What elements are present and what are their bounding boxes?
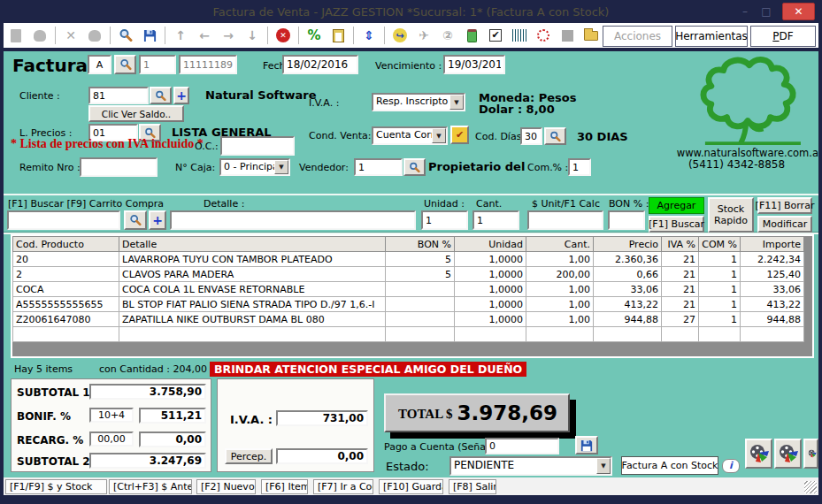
agregar-button[interactable]: Agregar [649,197,704,214]
duplicate-icon[interactable]: ② [439,27,457,44]
cod-dias-input[interactable] [520,127,542,145]
updown-icon[interactable]: ⇕ [360,27,378,44]
bon-input[interactable] [608,210,645,230]
arrow-up-icon[interactable]: ↑ [172,27,189,44]
iva-select[interactable]: Resp. Inscripto ▼ [372,93,465,111]
col-unidad[interactable]: Unidad [455,237,526,252]
ver-saldo-button[interactable]: Clic Ver Saldo.. [88,105,184,122]
refresh-icon[interactable] [534,27,552,44]
unidad-input[interactable] [421,210,468,230]
search-icon[interactable] [117,27,134,44]
item-detalle-input[interactable] [170,210,416,230]
arrow-down-icon[interactable]: ↓ [243,27,261,44]
save-icon[interactable] [141,27,158,44]
hand-icon[interactable] [31,27,49,44]
cond-venta-label: Cond. Venta: [309,130,372,141]
caja-value: 0 - Principal [221,160,274,174]
status-f7[interactable]: [F7] Ir a Cod. [313,479,373,494]
estado-select[interactable]: PENDIENTE ▼ [449,456,612,476]
pago-input[interactable] [485,438,559,454]
numero-input[interactable] [179,55,237,74]
col-cant[interactable]: Cant. [526,237,594,252]
info-icon[interactable]: i [722,459,740,473]
vendedor-input[interactable] [354,158,403,176]
vencimiento-input[interactable] [443,55,505,74]
folder-icon[interactable] [582,27,600,44]
cond-check-icon[interactable]: ✔ [450,126,469,144]
stock-rapido-button[interactable]: Stock Rapido [708,197,754,233]
f11-borrar-button[interactable]: [F11] Borrar [757,197,812,214]
item-add-icon[interactable]: + [149,210,166,230]
delete-icon[interactable]: ✕ [62,27,80,44]
cliente-search-icon[interactable] [150,87,172,104]
acciones-button[interactable]: Acciones [603,26,672,47]
col-cod-producto[interactable]: Cod. Producto [13,237,119,252]
oc-input[interactable] [220,136,295,156]
status-f6[interactable]: [F6] Items [261,479,308,494]
caja-select[interactable]: 0 - Principal ▼ [219,158,290,176]
table-row-empty[interactable] [13,327,804,342]
col-importe[interactable]: Importe [741,237,804,252]
modificar-button[interactable]: Modificar [757,216,812,233]
media-reel-icon[interactable] [803,439,818,469]
media-reel-icon[interactable] [745,439,772,469]
item-search-icon[interactable] [124,210,147,230]
tipo-factura-button[interactable]: Factura A con Stock [621,456,718,475]
col-iva[interactable]: IVA % [662,237,699,252]
arrow-right-icon[interactable]: → [219,27,237,44]
herramientas-button[interactable]: Herramientas [675,26,748,47]
cliente-add-icon[interactable]: + [173,87,189,104]
dias-search-icon[interactable] [544,127,566,145]
vendedor-search-icon[interactable] [403,158,426,176]
recarg-pct-input[interactable]: 00,00 [89,431,134,447]
percep-button[interactable]: Percep. [225,448,273,464]
letra-search-icon[interactable] [114,55,136,74]
send-icon[interactable]: ✈ [415,27,433,44]
arrow-left-icon[interactable]: ← [196,27,213,44]
status-f2[interactable]: [F2] Nuevo [196,479,256,494]
undo-icon[interactable]: ↪ [391,27,409,44]
resize-grip[interactable] [804,481,817,493]
remito-input[interactable] [80,157,157,177]
table-row[interactable]: Z20061647080ZAPATILLA NIKE OUTBURST DAMA… [13,312,804,327]
table-row[interactable]: 20LAVARROPA TUYU CON TAMBOR PLATEADO51,0… [13,252,804,267]
bonif-pct-input[interactable]: 10+4 [89,408,134,423]
maximize-icon[interactable]: □ [758,4,774,19]
com-input[interactable] [568,158,591,176]
dias-desc-text: 30 DIAS [577,130,628,143]
fecha-input[interactable] [282,55,358,74]
media-reel-icon[interactable] [774,439,802,469]
hand2-icon[interactable] [86,27,104,44]
status-f10[interactable]: [F10] Guardar [379,479,443,494]
cash-icon[interactable] [463,27,480,44]
pago-save-icon[interactable] [575,436,598,454]
cant-input[interactable] [472,210,519,230]
cond-venta-select[interactable]: Cuenta Corri ▼ [372,126,448,145]
minimize-icon[interactable]: – [737,4,753,19]
cancel-icon[interactable]: ✕ [274,27,292,44]
status-f1f9[interactable]: [F1/F9] $ y Stock [5,479,107,494]
col-detalle[interactable]: Detalle [119,237,386,252]
table-row[interactable]: COCACOCA COLA 1L ENVASE RETORNABLE1,0000… [13,282,804,297]
close-icon[interactable]: ✕ [782,3,815,20]
table-row[interactable]: 2CLAVOS PARA MADERA51,0000200,000,662111… [13,267,804,282]
barcode-icon[interactable] [511,27,528,44]
pdf-button[interactable]: PDF [750,26,816,47]
punto-venta-input[interactable] [139,55,176,74]
item-code-input[interactable] [7,210,120,230]
f1-buscar-button[interactable]: [F1] Buscar [649,216,704,233]
paste-icon[interactable] [329,27,347,44]
cant-label: Cant. [476,198,502,210]
new-doc-icon[interactable] [7,27,25,44]
col-com[interactable]: COM % [699,237,741,252]
status-ctrlf3[interactable]: [Ctrl+F3] $ Anterior [109,479,192,494]
discount-icon[interactable]: % [305,27,323,44]
table-row[interactable]: A5555555555655BL STOP FIAT PALIO SIENA S… [13,297,804,312]
letra-input[interactable] [88,55,111,74]
col-precio[interactable]: Precio [594,237,662,252]
col-bon[interactable]: BON % [386,237,455,252]
checkbox-icon[interactable]: ✔ [487,27,504,44]
status-f8[interactable]: [F8] Salir [449,479,496,494]
unit-price-input[interactable] [527,210,603,230]
cliente-code-input[interactable] [88,87,149,104]
